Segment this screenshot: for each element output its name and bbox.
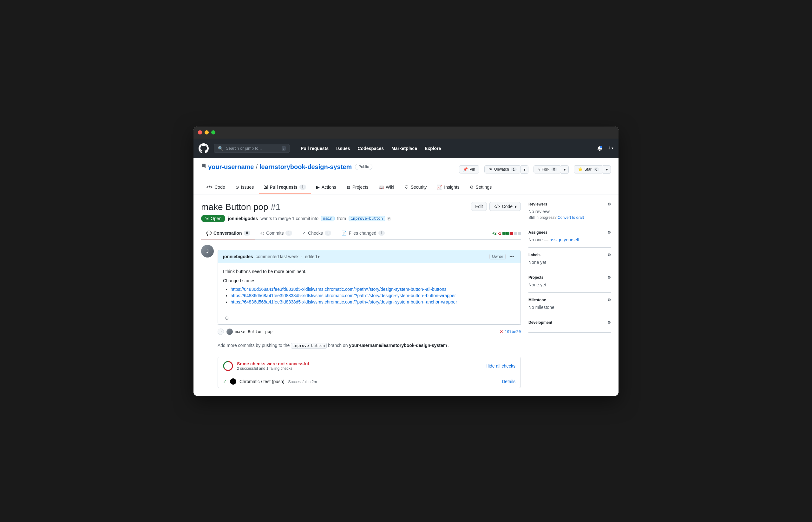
github-logo-icon[interactable]: [199, 143, 209, 154]
tab-checks[interactable]: ✓ Checks 1: [297, 227, 336, 239]
comment-more-options-button[interactable]: •••: [508, 254, 515, 260]
tab-files-changed[interactable]: 📄 Files changed 1: [336, 227, 390, 239]
notifications-button[interactable]: [597, 146, 602, 151]
diff-bar: [502, 232, 521, 235]
search-icon: 🔍: [218, 146, 223, 151]
projects-settings-icon[interactable]: ⚙: [608, 275, 611, 280]
fork-icon: ⑃: [538, 167, 540, 172]
convert-to-draft-link[interactable]: Convert to draft: [558, 215, 584, 220]
code-dropdown-button[interactable]: </> Code ▾: [490, 202, 521, 211]
nav-actions[interactable]: ▶ Actions: [311, 181, 341, 194]
commit-message: make Button pop: [235, 329, 273, 334]
diff-segment-neutral-2: [518, 232, 521, 235]
hide-checks-button[interactable]: Hide all checks: [486, 363, 515, 368]
nav-issues[interactable]: Issues: [333, 143, 353, 154]
check-details-link[interactable]: Details: [502, 379, 515, 384]
labels-value: None yet: [529, 260, 611, 265]
commit-sha-link[interactable]: 107be20: [504, 329, 521, 334]
sidebar-labels: Labels ⚙ None yet: [529, 248, 611, 270]
projects-icon: ▦: [346, 185, 351, 189]
nav-projects[interactable]: ▦ Projects: [341, 181, 374, 194]
nav-wiki[interactable]: 📖 Wiki: [373, 181, 399, 194]
repo-icon: [201, 164, 206, 170]
search-input[interactable]: 🔍 Search or jump to... /: [214, 144, 290, 153]
edit-button[interactable]: Edit: [471, 202, 487, 211]
commit-arrow-icon: →: [218, 328, 224, 335]
development-settings-icon[interactable]: ⚙: [608, 320, 611, 325]
pull-request-icon: ⇲: [264, 185, 268, 189]
tab-commits[interactable]: ◎ Commits 1: [255, 227, 297, 239]
nav-marketplace[interactable]: Marketplace: [388, 143, 420, 154]
check-name: Chromatic / test (push): [239, 379, 284, 384]
close-button[interactable]: [198, 130, 202, 135]
pr-author[interactable]: jonniebigodes: [228, 216, 258, 221]
unwatch-dropdown[interactable]: ▾: [521, 165, 529, 174]
titlebar: [194, 126, 618, 139]
navbar-actions: + ▾: [597, 145, 613, 152]
sidebar-projects-title: Projects ⚙: [529, 275, 611, 280]
checks-fail-icon: [223, 361, 233, 371]
nav-insights[interactable]: 📈 Insights: [432, 181, 464, 194]
diff-stats: +2 -1: [492, 231, 521, 236]
edited-dropdown[interactable]: edited ▾: [305, 254, 320, 259]
commits-icon: ◎: [260, 230, 264, 236]
commenter-name[interactable]: jonniebigodes: [223, 254, 253, 259]
new-item-button[interactable]: + ▾: [608, 145, 613, 152]
copy-branch-icon[interactable]: ⎘: [388, 216, 390, 221]
browser-window: 🔍 Search or jump to... / Pull requests I…: [194, 126, 618, 396]
reviewers-settings-icon[interactable]: ⚙: [608, 202, 611, 206]
sidebar-labels-title: Labels ⚙: [529, 253, 611, 257]
add-reaction-button[interactable]: ☺: [223, 315, 231, 322]
assign-yourself-link[interactable]: assign yourself: [550, 237, 579, 242]
nav-code[interactable]: </> Code: [201, 181, 230, 194]
comment-links-list: https://64836d568a41fee3fd8338d5-xldlslw…: [231, 287, 515, 304]
list-item: https://64836d568a41fee3fd8338d5-xldlslw…: [231, 293, 515, 298]
settings-icon: ⚙: [470, 185, 474, 189]
diff-segment-neutral-1: [514, 232, 517, 235]
repo-owner[interactable]: your-username: [208, 163, 254, 170]
nav-explore[interactable]: Explore: [421, 143, 444, 154]
labels-settings-icon[interactable]: ⚙: [608, 253, 611, 257]
nav-pull-requests[interactable]: Pull requests: [298, 143, 332, 154]
maximize-button[interactable]: [211, 130, 215, 135]
assignees-settings-icon[interactable]: ⚙: [608, 230, 611, 235]
nav-security[interactable]: 🛡 Security: [399, 181, 432, 194]
visibility-badge: Public: [355, 164, 372, 170]
pin-button[interactable]: 📌 Pin: [459, 165, 479, 174]
base-branch-pill[interactable]: main: [321, 216, 335, 221]
check-info: Chromatic / test (push) Successful in 2m: [239, 379, 317, 384]
comment-wrapper: J jonniebigodes commented last week · ed…: [201, 245, 521, 324]
star-dropdown[interactable]: ▾: [603, 165, 611, 174]
story-link-3[interactable]: https://64836d568a41fee3fd8338d5-xldlslw…: [231, 299, 457, 304]
checks-info: Some checks were not successful 2 succes…: [237, 361, 309, 371]
sidebar-milestone-title: Milestone ⚙: [529, 298, 611, 302]
minimize-button[interactable]: [204, 130, 209, 135]
repo-nav: </> Code ⊙ Issues ⇲ Pull requests 1 ▶ Ac…: [201, 181, 611, 194]
sidebar-projects: Projects ⚙ None yet: [529, 270, 611, 293]
diff-segment-del: [510, 232, 513, 235]
nav-pull-requests[interactable]: ⇲ Pull requests 1: [259, 181, 311, 194]
head-branch-pill[interactable]: improve-button: [349, 216, 385, 221]
unwatch-button[interactable]: 👁 Unwatch 1: [484, 165, 521, 174]
nav-codespaces[interactable]: Codespaces: [355, 143, 387, 154]
issue-icon: ⊙: [235, 185, 239, 189]
fork-button[interactable]: ⑃ Fork 0: [534, 165, 561, 174]
checks-subtitle: 2 successful and 1 failing checks: [237, 366, 309, 371]
star-button[interactable]: ⭐ Star 0: [574, 165, 603, 174]
story-link-2[interactable]: https://64836d568a41fee3fd8338d5-xldlslw…: [231, 293, 456, 298]
chromatic-icon: [230, 378, 236, 385]
milestone-settings-icon[interactable]: ⚙: [608, 298, 611, 302]
tab-conversation[interactable]: 💬 Conversation 0: [201, 227, 255, 239]
slash-shortcut: /: [282, 146, 286, 150]
nav-issues[interactable]: ⊙ Issues: [230, 181, 259, 194]
actions-icon: ▶: [316, 185, 320, 189]
fork-dropdown[interactable]: ▾: [561, 165, 569, 174]
comment-changed-stories-label: Changed stories:: [223, 278, 515, 284]
repo-name[interactable]: learnstorybook-design-system: [259, 163, 352, 170]
story-link-1[interactable]: https://64836d568a41fee3fd8338d5-xldlslw…: [231, 287, 447, 292]
sidebar-development-title: Development ⚙: [529, 320, 611, 325]
navbar: 🔍 Search or jump to... / Pull requests I…: [194, 139, 618, 158]
nav-settings[interactable]: ⚙ Settings: [465, 181, 497, 194]
files-icon: 📄: [341, 230, 347, 236]
sidebar-reviewers: Reviewers ⚙ No reviews Still in progress…: [529, 202, 611, 225]
